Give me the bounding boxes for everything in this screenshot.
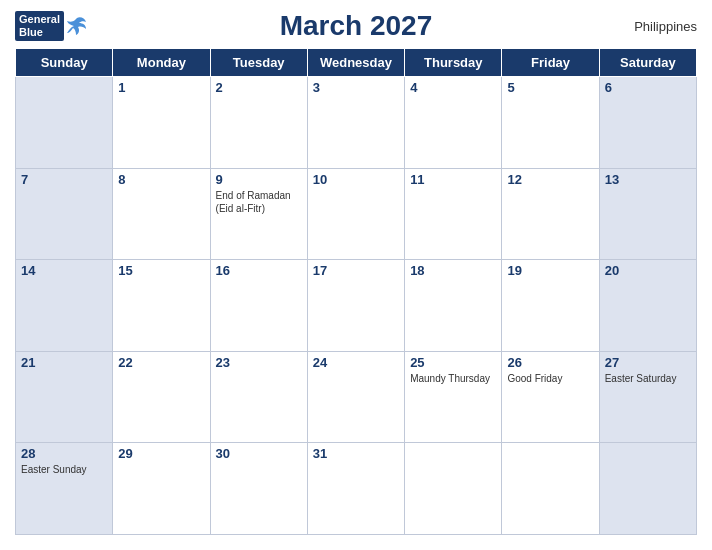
calendar-cell: 9End of Ramadan (Eid al-Fitr) [210,168,307,260]
day-number: 30 [216,446,302,461]
day-number: 10 [313,172,399,187]
day-number: 5 [507,80,593,95]
event-label: Easter Sunday [21,463,107,476]
calendar-cell: 2 [210,77,307,169]
day-number: 22 [118,355,204,370]
day-number: 11 [410,172,496,187]
calendar-cell: 29 [113,443,210,535]
calendar-cell: 3 [307,77,404,169]
calendar-cell: 17 [307,260,404,352]
day-number: 14 [21,263,107,278]
calendar-cell: 11 [405,168,502,260]
day-number: 20 [605,263,691,278]
calendar-cell: 18 [405,260,502,352]
week-row-5: 28Easter Sunday293031 [16,443,697,535]
calendar-cell: 25Maundy Thursday [405,351,502,443]
calendar-cell: 23 [210,351,307,443]
calendar-cell: 6 [599,77,696,169]
logo-box: General Blue [15,11,64,41]
calendar-cell [405,443,502,535]
calendar-cell: 10 [307,168,404,260]
day-number: 2 [216,80,302,95]
event-label: Good Friday [507,372,593,385]
calendar-cell [599,443,696,535]
col-header-wednesday: Wednesday [307,49,404,77]
calendar-table: SundayMondayTuesdayWednesdayThursdayFrid… [15,48,697,535]
calendar-cell: 4 [405,77,502,169]
day-number: 6 [605,80,691,95]
calendar-cell [502,443,599,535]
days-header-row: SundayMondayTuesdayWednesdayThursdayFrid… [16,49,697,77]
day-number: 4 [410,80,496,95]
day-number: 27 [605,355,691,370]
day-number: 15 [118,263,204,278]
calendar-cell: 16 [210,260,307,352]
day-number: 31 [313,446,399,461]
col-header-friday: Friday [502,49,599,77]
calendar-cell: 13 [599,168,696,260]
logo-line1: General [19,13,60,26]
calendar-cell: 15 [113,260,210,352]
day-number: 23 [216,355,302,370]
day-number: 29 [118,446,204,461]
day-number: 18 [410,263,496,278]
header: General Blue March 2027 Philippines [15,10,697,42]
calendar-cell: 26Good Friday [502,351,599,443]
calendar-cell: 8 [113,168,210,260]
calendar-cell: 19 [502,260,599,352]
day-number: 25 [410,355,496,370]
col-header-thursday: Thursday [405,49,502,77]
calendar-cell: 7 [16,168,113,260]
week-row-4: 2122232425Maundy Thursday26Good Friday27… [16,351,697,443]
calendar-cell: 27Easter Saturday [599,351,696,443]
calendar-cell: 12 [502,168,599,260]
event-label: Easter Saturday [605,372,691,385]
calendar-cell: 30 [210,443,307,535]
day-number: 9 [216,172,302,187]
day-number: 13 [605,172,691,187]
col-header-tuesday: Tuesday [210,49,307,77]
calendar-cell: 24 [307,351,404,443]
col-header-saturday: Saturday [599,49,696,77]
country-label: Philippines [634,19,697,34]
day-number: 16 [216,263,302,278]
event-label: Maundy Thursday [410,372,496,385]
day-number: 28 [21,446,107,461]
calendar-cell: 20 [599,260,696,352]
col-header-monday: Monday [113,49,210,77]
day-number: 3 [313,80,399,95]
day-number: 7 [21,172,107,187]
logo: General Blue [15,11,88,41]
calendar-wrapper: General Blue March 2027 Philippines Sund… [0,0,712,550]
calendar-cell: 31 [307,443,404,535]
day-number: 21 [21,355,107,370]
calendar-cell: 1 [113,77,210,169]
day-number: 24 [313,355,399,370]
logo-line2: Blue [19,26,60,39]
calendar-cell: 22 [113,351,210,443]
week-row-2: 789End of Ramadan (Eid al-Fitr)10111213 [16,168,697,260]
day-number: 26 [507,355,593,370]
day-number: 17 [313,263,399,278]
day-number: 19 [507,263,593,278]
day-number: 1 [118,80,204,95]
calendar-cell: 28Easter Sunday [16,443,113,535]
event-label: End of Ramadan (Eid al-Fitr) [216,189,302,215]
calendar-cell [16,77,113,169]
calendar-cell: 5 [502,77,599,169]
calendar-cell: 14 [16,260,113,352]
day-number: 12 [507,172,593,187]
logo-bird-icon [66,15,88,37]
week-row-1: 123456 [16,77,697,169]
week-row-3: 14151617181920 [16,260,697,352]
day-number: 8 [118,172,204,187]
calendar-cell: 21 [16,351,113,443]
col-header-sunday: Sunday [16,49,113,77]
calendar-title: March 2027 [280,10,433,42]
